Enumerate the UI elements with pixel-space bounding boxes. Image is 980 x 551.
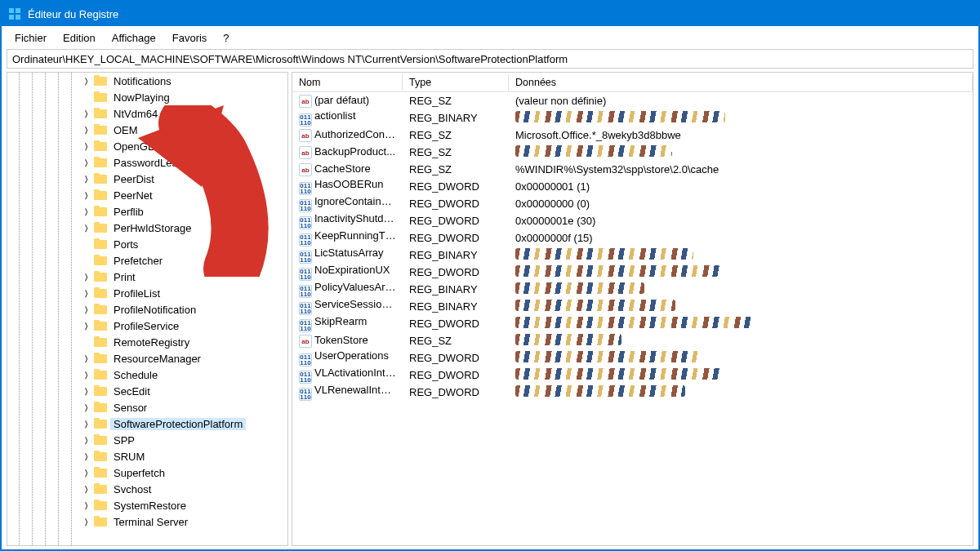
tree-item-label: Ports — [110, 238, 141, 251]
tree-item[interactable]: ❯ProfileNotification — [7, 301, 287, 318]
value-name-cell: ab(par défaut) — [292, 94, 403, 109]
expand-icon[interactable]: ❯ — [82, 452, 91, 460]
column-nom[interactable]: Nom — [292, 74, 403, 91]
tree-item[interactable]: ❯PeerDist — [7, 171, 287, 187]
tree-item[interactable]: ❯SPP — [7, 432, 287, 448]
tree-item[interactable]: Prefetcher — [7, 252, 287, 269]
value-type-cell: REG_DWORD — [403, 386, 509, 398]
value-name-cell: 011 110InactivityShutdo... — [292, 212, 403, 229]
expand-icon[interactable]: ❯ — [82, 322, 91, 330]
tree-item[interactable]: ❯SRUM — [7, 448, 287, 464]
tree-item[interactable]: ❯SystemRestore — [7, 497, 287, 513]
tree-item[interactable]: ❯Sensor — [7, 399, 287, 415]
tree-item-label: Perflib — [110, 206, 147, 218]
value-row[interactable]: 011 110actionlistREG_BINARY — [292, 109, 973, 127]
column-donnees[interactable]: Données — [509, 74, 973, 91]
obscured-data — [515, 282, 644, 294]
tree-item[interactable]: ❯PeerNet — [7, 187, 287, 203]
tree-item[interactable]: ❯Svchost — [7, 481, 287, 497]
reg-binary-icon: 011 110 — [299, 216, 312, 229]
tree-item-label: NowPlaying — [110, 91, 173, 104]
menu-edition[interactable]: Edition — [55, 29, 104, 47]
value-name-cell: 011 110KeepRunningTh... — [292, 229, 403, 247]
value-row[interactable]: 011 110ServiceSessionIdREG_BINARY — [292, 298, 973, 315]
tree-item[interactable]: NowPlaying — [7, 89, 287, 105]
expand-icon[interactable]: ❯ — [82, 436, 91, 444]
tree-item[interactable]: ❯SecEdit — [7, 383, 287, 399]
tree-item[interactable]: ❯ResourceManager — [7, 350, 287, 367]
value-data-cell — [509, 368, 973, 382]
folder-icon — [94, 402, 107, 413]
tree-item-label: PeerNet — [110, 189, 156, 202]
menu-help[interactable]: ? — [215, 29, 237, 47]
tree-item[interactable]: ❯PerHwIdStorage — [7, 220, 287, 236]
value-row[interactable]: abBackupProduct...REG_SZ — [292, 144, 973, 161]
value-row[interactable]: ab(par défaut)REG_SZ(valeur non définie) — [292, 92, 973, 109]
expand-icon[interactable]: ❯ — [82, 289, 91, 297]
value-row[interactable]: 011 110LicStatusArrayREG_BINARY — [292, 247, 973, 264]
tree-item[interactable]: ❯ProfileService — [7, 318, 287, 334]
value-row[interactable]: 011 110SkipRearmREG_DWORD — [292, 315, 973, 332]
values-pane[interactable]: Nom Type Données ab(par défaut)REG_SZ(va… — [292, 72, 973, 546]
expand-icon[interactable]: ❯ — [82, 142, 91, 150]
tree-item[interactable]: ❯Print — [7, 269, 287, 285]
value-row[interactable]: 011 110PolicyValuesArrayREG_BINARY — [292, 281, 973, 298]
expand-icon[interactable]: ❯ — [82, 501, 91, 509]
tree-item[interactable]: ❯Notifications — [7, 73, 287, 89]
tree-item[interactable]: ❯Perflib — [7, 203, 287, 220]
expand-icon[interactable]: ❯ — [82, 420, 91, 428]
value-row[interactable]: 011 110VLActivationInte...REG_DWORD — [292, 367, 973, 384]
folder-icon — [94, 516, 107, 527]
value-row[interactable]: abAuthorizedCont...REG_SZMicrosoft.Offic… — [292, 127, 973, 144]
tree-pane[interactable]: ❯NotificationsNowPlaying❯NtVdm64❯OEM❯Ope… — [7, 72, 288, 546]
expand-icon[interactable]: ❯ — [82, 387, 91, 395]
value-type-cell: REG_DWORD — [403, 232, 509, 244]
tree-item[interactable]: ❯Terminal Server — [7, 513, 287, 530]
expand-icon[interactable]: ❯ — [82, 191, 91, 199]
tree-item[interactable]: ❯Schedule — [7, 367, 287, 383]
value-row[interactable]: abCacheStoreREG_SZ%WINDIR%\System32\spp\… — [292, 161, 973, 178]
tree-item[interactable]: ❯OEM — [7, 122, 287, 138]
expand-icon[interactable]: ❯ — [82, 371, 91, 379]
value-row[interactable]: abTokenStoreREG_SZ — [292, 332, 973, 349]
value-row[interactable]: 011 110IgnoreContainer...REG_DWORD0x0000… — [292, 195, 973, 212]
tree-item[interactable]: RemoteRegistry — [7, 334, 287, 350]
value-row[interactable]: 011 110InactivityShutdo...REG_DWORD0x000… — [292, 212, 973, 229]
tree-item[interactable]: ❯ProfileList — [7, 285, 287, 301]
value-data-cell — [509, 248, 973, 262]
expand-icon[interactable]: ❯ — [82, 109, 91, 118]
column-type[interactable]: Type — [403, 74, 509, 91]
reg-binary-icon: 011 110 — [299, 371, 312, 384]
value-row[interactable]: 011 110NoExpirationUXREG_DWORD — [292, 264, 973, 281]
tree-item[interactable]: Ports — [7, 236, 287, 252]
tree-item[interactable]: ❯Superfetch — [7, 464, 287, 481]
expand-icon[interactable]: ❯ — [82, 207, 91, 216]
value-row[interactable]: 011 110HasOOBERunREG_DWORD0x00000001 (1) — [292, 178, 973, 195]
value-type-cell: REG_SZ — [403, 335, 509, 347]
expand-icon[interactable]: ❯ — [82, 126, 91, 134]
tree-item[interactable]: ❯PasswordLess — [7, 154, 287, 171]
expand-icon[interactable]: ❯ — [82, 518, 91, 526]
expand-icon[interactable]: ❯ — [82, 469, 91, 477]
tree-item[interactable]: ❯SoftwareProtectionPlatform — [7, 415, 287, 432]
menu-affichage[interactable]: Affichage — [104, 29, 164, 47]
tree-item-label: Svchost — [110, 483, 154, 495]
expand-icon[interactable]: ❯ — [82, 305, 91, 313]
expand-icon[interactable]: ❯ — [82, 224, 91, 232]
expand-icon[interactable]: ❯ — [82, 354, 91, 362]
titlebar[interactable]: Éditeur du Registre — [2, 2, 978, 26]
expand-icon[interactable]: ❯ — [82, 158, 91, 167]
expand-icon[interactable]: ❯ — [82, 403, 91, 411]
value-row[interactable]: 011 110UserOperationsREG_DWORD — [292, 349, 973, 367]
expand-icon[interactable]: ❯ — [82, 175, 91, 183]
expand-icon[interactable]: ❯ — [82, 77, 91, 85]
value-row[interactable]: 011 110VLRenewalIntervalREG_DWORD — [292, 384, 973, 401]
address-bar[interactable]: Ordinateur\HKEY_LOCAL_MACHINE\SOFTWARE\M… — [7, 49, 973, 69]
menu-favoris[interactable]: Favoris — [164, 29, 216, 47]
expand-icon[interactable]: ❯ — [82, 485, 91, 493]
value-row[interactable]: 011 110KeepRunningTh...REG_DWORD0x000000… — [292, 229, 973, 247]
tree-item[interactable]: ❯NtVdm64 — [7, 105, 287, 122]
tree-item[interactable]: ❯OpenGLDrivers — [7, 138, 287, 154]
expand-icon[interactable]: ❯ — [82, 273, 91, 281]
menu-fichier[interactable]: Fichier — [7, 29, 55, 47]
